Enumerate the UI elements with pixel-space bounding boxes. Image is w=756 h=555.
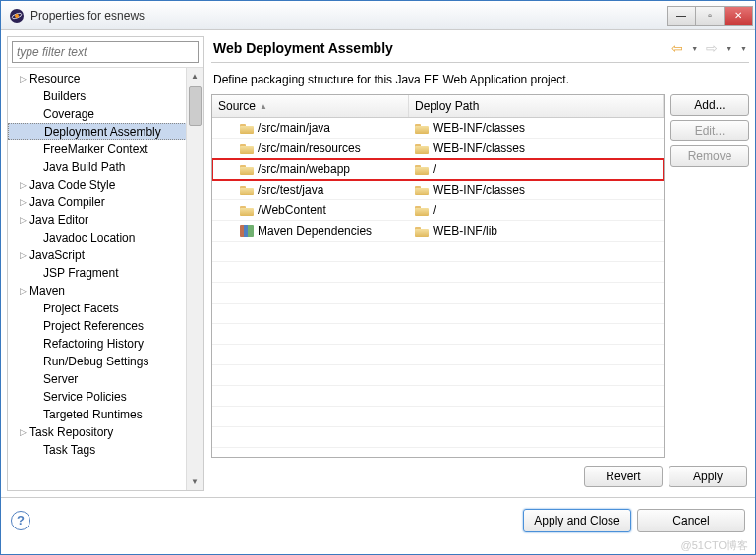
table-row-empty <box>212 283 664 304</box>
filter-input[interactable] <box>12 41 199 63</box>
tree-item[interactable]: ▷Maven <box>8 282 203 300</box>
expand-arrow-icon[interactable]: ▷ <box>20 286 29 296</box>
tree-item[interactable]: Java Build Path <box>8 158 203 176</box>
tree-item[interactable]: Javadoc Location <box>8 229 203 247</box>
folder-icon <box>240 143 254 154</box>
sort-indicator-icon: ▲ <box>260 102 267 111</box>
tree-item[interactable]: Targeted Runtimes <box>8 406 203 423</box>
tree-item[interactable]: Coverage <box>8 105 203 123</box>
folder-icon <box>240 185 254 195</box>
nav-back-icon[interactable]: ⇦ <box>671 40 683 56</box>
apply-and-close-button[interactable]: Apply and Close <box>523 509 631 532</box>
tree-item-label: Builders <box>43 89 86 103</box>
tree-item-label: JSP Fragment <box>43 266 118 280</box>
table-row[interactable]: /src/main/resourcesWEB-INF/classes <box>212 139 664 159</box>
tree-item[interactable]: Project Facets <box>8 300 203 317</box>
tree-item[interactable]: ▷Resource <box>8 70 203 87</box>
table-row[interactable]: /src/test/javaWEB-INF/classes <box>212 180 664 200</box>
tree-item[interactable]: Service Policies <box>8 388 203 406</box>
folder-icon <box>415 226 429 237</box>
category-tree[interactable]: ▷ResourceBuildersCoverageDeployment Asse… <box>8 68 203 490</box>
deploy-path: WEB-INF/classes <box>433 121 525 135</box>
expand-arrow-icon[interactable]: ▷ <box>20 250 29 260</box>
tree-scrollbar[interactable]: ▲ ▼ <box>186 68 203 490</box>
tree-item-label: Java Editor <box>29 213 88 227</box>
table-row-empty <box>212 427 664 448</box>
page-description: Define packaging structure for this Java… <box>211 63 749 94</box>
tree-item[interactable]: Builders <box>8 87 203 105</box>
tree-item-label: FreeMarker Context <box>43 142 148 156</box>
table-row-empty <box>212 324 664 345</box>
remove-button[interactable]: Remove <box>670 145 749 167</box>
tree-item-label: Deployment Assembly <box>44 125 161 139</box>
tree-item-label: Project Facets <box>43 302 119 315</box>
nav-menu-dropdown[interactable]: ▼ <box>740 45 747 52</box>
tree-item-label: Java Build Path <box>43 160 125 174</box>
table-row-empty <box>212 386 664 407</box>
expand-arrow-icon[interactable]: ▷ <box>20 180 29 190</box>
column-header-deploy[interactable]: Deploy Path <box>409 95 664 117</box>
tree-item-label: Javadoc Location <box>43 231 135 245</box>
tree-item[interactable]: ▷Java Compiler <box>8 194 203 211</box>
deploy-path: WEB-INF/classes <box>433 141 525 155</box>
tree-item[interactable]: ▷Task Repository <box>8 423 203 441</box>
tree-item[interactable]: Refactoring History <box>8 335 203 353</box>
tree-item[interactable]: ▷Java Code Style <box>8 176 203 194</box>
library-icon <box>240 225 254 237</box>
table-row[interactable]: /src/main/webapp/ <box>212 159 664 180</box>
source-path: /src/main/webapp <box>258 162 350 176</box>
tree-item[interactable]: JSP Fragment <box>8 264 203 282</box>
scroll-thumb[interactable] <box>189 86 202 126</box>
folder-icon <box>240 164 254 175</box>
expand-arrow-icon[interactable]: ▷ <box>20 215 29 225</box>
nav-back-dropdown[interactable]: ▼ <box>691 45 698 52</box>
tree-item[interactable]: Run/Debug Settings <box>8 353 203 370</box>
tree-item-label: Resource <box>29 72 80 85</box>
maximize-button[interactable]: ▫ <box>695 6 725 26</box>
source-path: /WebContent <box>258 203 326 217</box>
watermark: @51CTO博客 <box>681 538 748 553</box>
edit-button[interactable]: Edit... <box>670 120 749 141</box>
tree-item-label: Server <box>43 372 78 386</box>
table-row-empty <box>212 365 664 386</box>
nav-forward-dropdown[interactable]: ▼ <box>726 45 732 52</box>
table-row[interactable]: /WebContent/ <box>212 200 664 221</box>
tree-item-label: Task Tags <box>43 443 95 457</box>
table-row-empty <box>212 345 664 365</box>
tree-item[interactable]: FreeMarker Context <box>8 140 203 158</box>
expand-arrow-icon[interactable]: ▷ <box>20 197 29 207</box>
tree-item-label: Refactoring History <box>43 337 144 351</box>
close-button[interactable]: ✕ <box>724 6 753 26</box>
expand-arrow-icon[interactable]: ▷ <box>20 74 29 83</box>
tree-item[interactable]: Deployment Assembly <box>8 123 203 140</box>
tree-item-label: Coverage <box>43 107 94 121</box>
tree-item[interactable]: ▷Java Editor <box>8 211 203 229</box>
source-path: /src/main/java <box>258 121 330 135</box>
scroll-down-button[interactable]: ▼ <box>187 473 203 490</box>
tree-item[interactable]: Task Tags <box>8 441 203 459</box>
column-header-source[interactable]: Source ▲ <box>212 95 409 117</box>
tree-item-label: Targeted Runtimes <box>43 408 143 421</box>
table-row[interactable]: Maven DependenciesWEB-INF/lib <box>212 221 664 242</box>
cancel-button[interactable]: Cancel <box>637 509 745 532</box>
table-row-empty <box>212 304 664 324</box>
help-icon[interactable]: ? <box>11 511 30 530</box>
scroll-up-button[interactable]: ▲ <box>187 68 203 84</box>
deploy-path: WEB-INF/classes <box>433 183 525 196</box>
page-title: Web Deployment Assembly <box>213 40 671 56</box>
minimize-button[interactable]: — <box>667 6 696 26</box>
revert-button[interactable]: Revert <box>584 466 663 487</box>
nav-forward-icon: ⇨ <box>706 40 718 56</box>
tree-item-label: Maven <box>29 284 65 298</box>
folder-icon <box>240 205 254 216</box>
tree-item[interactable]: Project References <box>8 317 203 335</box>
tree-item[interactable]: Server <box>8 370 203 388</box>
expand-arrow-icon[interactable]: ▷ <box>20 427 29 437</box>
tree-item[interactable]: ▷JavaScript <box>8 247 203 264</box>
table-row[interactable]: /src/main/javaWEB-INF/classes <box>212 118 664 139</box>
deploy-path: / <box>433 162 436 176</box>
add-button[interactable]: Add... <box>670 94 749 116</box>
apply-button[interactable]: Apply <box>669 466 747 487</box>
titlebar: Properties for esnews — ▫ ✕ <box>1 1 755 30</box>
folder-icon <box>415 185 429 195</box>
